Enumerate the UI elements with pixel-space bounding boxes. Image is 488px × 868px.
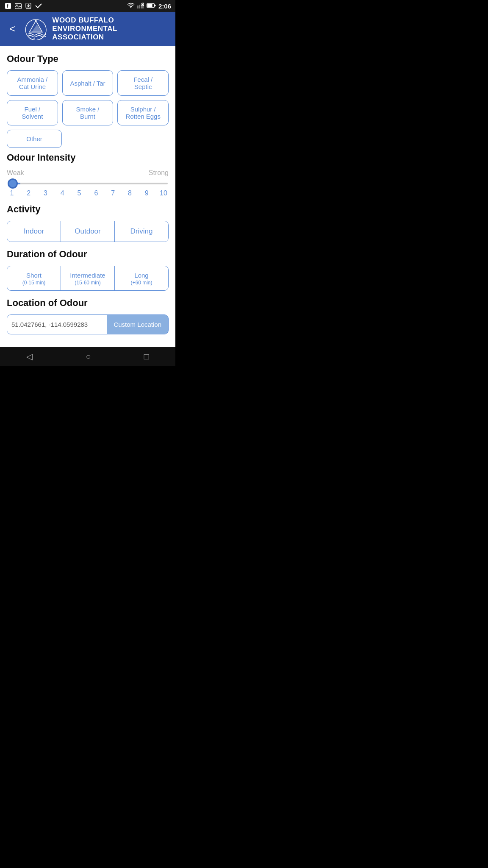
location-row: Custom Location [7,314,169,334]
intensity-slider[interactable] [8,183,168,184]
intermediate-btn[interactable]: Intermediate (15-60 min) [61,266,114,290]
odour-intensity-title: Odour Intensity [7,152,169,163]
fuel-btn[interactable]: Fuel / Solvent [7,100,58,125]
tick-5: 5 [74,189,84,197]
sulphur-btn[interactable]: Sulphur / Rotten Eggs [117,100,169,125]
status-bar: f [0,0,175,12]
svg-text:W B E A: W B E A [29,37,42,40]
other-btn[interactable]: Other [7,130,62,148]
bottom-nav: ◁ ○ □ [0,347,175,366]
location-coords-input[interactable] [7,315,107,334]
signal-icon [137,3,144,10]
fecal-btn[interactable]: Fecal / Septic [117,70,169,96]
tick-1: 1 [7,189,17,197]
odour-intensity-section: Odour Intensity Weak Strong 1 2 3 4 5 6 … [7,152,169,197]
odour-type-row1: Ammonia / Cat Urine Asphalt / Tar Fecal … [7,70,169,96]
svg-point-7 [130,7,131,8]
activity-title: Activity [7,204,169,215]
short-btn[interactable]: Short (0-15 min) [7,266,61,290]
nav-recent-icon[interactable]: □ [135,348,157,365]
weak-label: Weak [7,169,24,177]
back-button[interactable]: < [6,21,19,36]
asphalt-btn[interactable]: Asphalt / Tar [62,70,114,96]
odour-type-section: Odour Type Ammonia / Cat Urine Asphalt /… [7,53,169,148]
org-name: WOOD BUFFALO ENVIRONMENTAL ASSOCIATION [52,16,169,42]
slider-ticks: 1 2 3 4 5 6 7 8 9 10 [7,189,169,197]
checkmark-icon [35,3,42,9]
location-title: Location of Odour [7,298,169,309]
location-section: Location of Odour Custom Location [7,298,169,334]
tick-3: 3 [41,189,51,197]
odour-type-row3: Other [7,130,169,148]
smoke-btn[interactable]: Smoke / Burnt [62,100,114,125]
activity-section: Activity Indoor Outdoor Driving [7,204,169,242]
strong-label: Strong [149,169,169,177]
status-left-icons: f [4,3,42,9]
odour-type-title: Odour Type [7,53,169,64]
intensity-slider-container [7,178,169,186]
download-icon [25,3,32,9]
tick-6: 6 [91,189,101,197]
duration-section: Duration of Odour Short (0-15 min) Inter… [7,249,169,291]
tick-10: 10 [158,189,169,197]
indoor-btn[interactable]: Indoor [7,221,61,242]
tick-9: 9 [141,189,152,197]
duration-title: Duration of Odour [7,249,169,260]
wifi-icon [127,3,135,9]
nav-back-icon[interactable]: ◁ [18,348,41,365]
app-header: < W B E A WOOD BUFFALO ENVIRONMENTAL ASS… [0,12,175,46]
odour-type-row2: Fuel / Solvent Smoke / Burnt Sulphur / R… [7,100,169,125]
main-content: Odour Type Ammonia / Cat Urine Asphalt /… [0,46,175,347]
wbea-logo: W B E A [25,17,47,40]
outdoor-btn[interactable]: Outdoor [61,221,114,242]
time-display: 2:06 [158,3,171,10]
svg-rect-9 [139,5,140,8]
tick-4: 4 [57,189,67,197]
tick-2: 2 [24,189,34,197]
intensity-labels: Weak Strong [7,169,169,177]
facebook-icon: f [4,3,12,9]
tick-8: 8 [125,189,135,197]
logo-area: W B E A WOOD BUFFALO ENVIRONMENTAL ASSOC… [25,16,169,42]
activity-buttons: Indoor Outdoor Driving [7,221,169,242]
nav-home-icon[interactable]: ○ [77,348,99,365]
long-btn[interactable]: Long (+60 min) [114,266,168,290]
svg-rect-16 [155,5,156,6]
duration-buttons: Short (0-15 min) Intermediate (15-60 min… [7,266,169,291]
battery-icon [147,3,156,9]
tick-7: 7 [108,189,118,197]
image-icon [14,3,22,9]
custom-location-btn[interactable]: Custom Location [107,315,168,334]
status-right-icons: 2:06 [127,3,171,10]
svg-rect-15 [147,4,152,7]
driving-btn[interactable]: Driving [114,221,168,242]
ammonia-btn[interactable]: Ammonia / Cat Urine [7,70,58,96]
svg-rect-8 [137,6,139,8]
